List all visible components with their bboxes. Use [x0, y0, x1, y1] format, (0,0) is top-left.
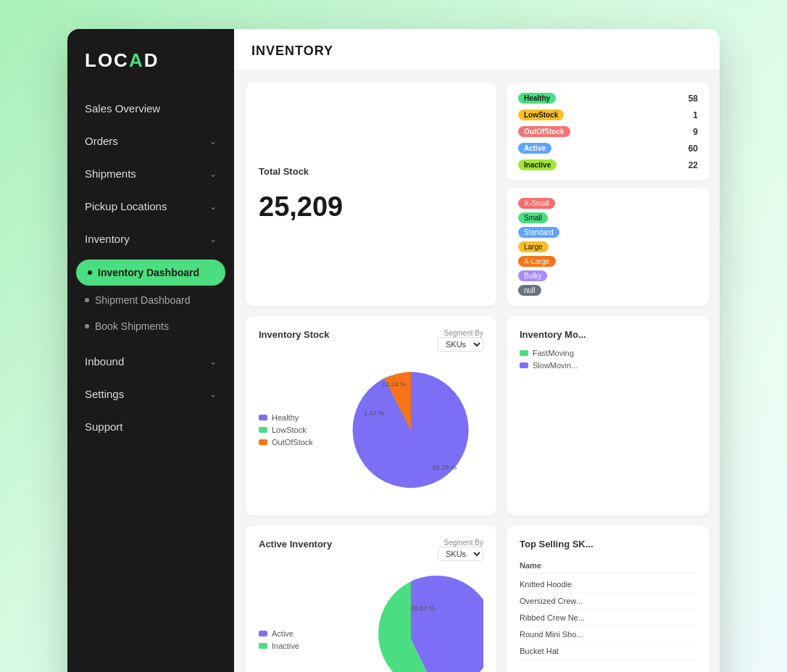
top-selling-table: Name Knitted Hoodie Oversized Crew... Ri…	[520, 558, 696, 660]
svg-text:85.29 %: 85.29 %	[433, 464, 457, 471]
segment-by-select[interactable]: SKUs	[438, 337, 483, 352]
status-row-outofstock: OutOfStock 9	[518, 126, 698, 137]
inventory-stock-pie: 85.29 % 13.24 % 1.47 %	[338, 357, 483, 502]
status-row-active: Active 60	[518, 143, 698, 154]
legend-lowstock: LowStock	[259, 426, 324, 434]
legend-outofstock: OutOfStock	[259, 438, 324, 447]
sidebar-item-settings[interactable]: Settings ⌄	[67, 378, 234, 410]
content-area: Total Stock 25,209 Healthy 58 LowStock 1	[234, 71, 720, 672]
size-badge-standard: Standard	[518, 227, 698, 238]
top-selling-card: Top Selling SK... Name Knitted Hoodie Ov…	[507, 526, 709, 672]
active-chart-container: Active Inactive	[259, 561, 483, 672]
legend-color-inactive	[259, 643, 267, 649]
status-row-inactive: Inactive 22	[518, 159, 698, 170]
stock-status-list: Healthy 58 LowStock 1 OutOfStock 9 Act	[518, 93, 698, 170]
chevron-down-icon: ⌄	[209, 357, 217, 367]
lowstock-count: 1	[693, 110, 698, 120]
outofstock-count: 9	[693, 127, 698, 137]
active-inventory-card: Active Inventory Segment By SKUs Active	[246, 526, 496, 672]
legend-slow-moving: SlowMovin...	[520, 361, 696, 370]
status-row-lowstock: LowStock 1	[518, 109, 698, 120]
inventory-movement-card: Inventory Mo... FastMoving SlowMovin...	[507, 316, 709, 515]
active-dot	[88, 270, 92, 275]
segment-by: Segment By SKUs	[438, 329, 483, 352]
badge-healthy: Healthy	[518, 93, 556, 104]
segment-by-label: Segment By	[444, 329, 483, 337]
size-badge-large: Large	[518, 241, 698, 252]
sidebar-item-support[interactable]: Support	[67, 410, 234, 443]
logo: LOCAD	[67, 29, 234, 86]
sidebar-item-shipments[interactable]: Shipments ⌄	[67, 157, 234, 190]
movement-legend: FastMoving SlowMovin...	[520, 349, 696, 370]
badge-lowstock: LowStock	[518, 109, 564, 120]
dot-icon	[85, 324, 89, 328]
sidebar-item-orders[interactable]: Orders ⌄	[67, 125, 234, 157]
total-stock-card: Total Stock 25,209	[246, 83, 496, 306]
healthy-count: 58	[688, 94, 698, 104]
sidebar-item-shipment-dashboard[interactable]: Shipment Dashboard	[67, 287, 234, 313]
svg-text:1.47 %: 1.47 %	[364, 410, 384, 417]
table-header-name: Name	[520, 558, 696, 573]
logo-text: LOCAD	[85, 49, 217, 72]
app-container: LOCAD Sales Overview Orders ⌄ Shipments …	[67, 29, 720, 672]
sidebar-item-pickup-locations[interactable]: Pickup Locations ⌄	[67, 190, 234, 223]
page-header: INVENTORY	[234, 29, 720, 71]
table-row: Round Mini Sho...	[520, 626, 696, 643]
size-badge-bulky: Bulky	[518, 270, 698, 281]
chevron-down-icon: ⌄	[209, 202, 217, 212]
active-segment-select[interactable]: SKUs	[438, 547, 483, 561]
svg-text:13.24 %: 13.24 %	[382, 381, 406, 388]
legend-healthy: Healthy	[259, 413, 324, 422]
status-row-healthy: Healthy 58	[518, 93, 698, 104]
sidebar: LOCAD Sales Overview Orders ⌄ Shipments …	[67, 29, 234, 672]
badge-outofstock: OutOfStock	[518, 126, 570, 137]
active-count: 60	[688, 144, 698, 154]
active-inventory-title: Active Inventory	[259, 539, 332, 549]
legend-color-active	[259, 631, 267, 636]
inventory-stock-chart-card: Inventory Stock Segment By SKUs Healthy	[246, 316, 496, 515]
size-badges-card: X-Small Small Standard Large X-Large Bul…	[507, 188, 709, 306]
size-badge-null: null	[518, 285, 698, 296]
chart-legend: Healthy LowStock OutOfStock	[259, 413, 324, 447]
sidebar-item-book-shipments[interactable]: Book Shipments	[67, 313, 234, 339]
size-badge-xlarge: X-Large	[518, 256, 698, 267]
active-inventory-pie: 73.17 % 26.83 %	[338, 567, 483, 672]
inactive-count: 22	[688, 160, 698, 170]
legend-color-lowstock	[259, 427, 267, 433]
legend-color-healthy	[259, 415, 267, 420]
main-content: INVENTORY Total Stock 25,209 Healthy 58	[234, 29, 720, 672]
sidebar-item-inventory[interactable]: Inventory ⌄	[67, 223, 234, 255]
sidebar-item-inbound[interactable]: Inbound ⌄	[67, 345, 234, 378]
total-stock-value: 25,209	[259, 191, 483, 223]
badge-inactive: Inactive	[518, 159, 557, 170]
legend-color-slowmoving	[520, 362, 528, 368]
active-segment-label: Segment By	[444, 539, 483, 547]
table-row: Knitted Hoodie	[520, 576, 696, 593]
right-col-row1: Healthy 58 LowStock 1 OutOfStock 9 Act	[507, 83, 709, 306]
legend-color-outofstock	[259, 439, 267, 445]
legend-inactive: Inactive	[259, 642, 324, 650]
inventory-stock-title: Inventory Stock	[259, 329, 330, 340]
inventory-movement-title: Inventory Mo...	[520, 329, 696, 340]
chevron-down-icon: ⌄	[209, 234, 217, 244]
legend-color-fastmoving	[520, 350, 528, 356]
legend-active: Active	[259, 629, 324, 638]
chevron-down-icon: ⌄	[209, 389, 217, 399]
svg-text:26.83 %: 26.83 %	[411, 605, 435, 612]
sidebar-item-inventory-dashboard[interactable]: Inventory Dashboard	[76, 260, 225, 286]
chart-container: Healthy LowStock OutOfStock	[259, 352, 483, 502]
legend-fast-moving: FastMoving	[520, 349, 696, 357]
page-title: INVENTORY	[251, 43, 702, 59]
active-chart-header: Active Inventory Segment By SKUs	[259, 539, 483, 561]
dot-icon	[85, 298, 89, 302]
chevron-down-icon: ⌄	[209, 136, 217, 146]
size-badge-small: Small	[518, 212, 698, 223]
table-row: Ribbed Crew Ne...	[520, 610, 696, 626]
total-stock-label: Total Stock	[259, 166, 483, 177]
active-chart-legend: Active Inactive	[259, 629, 324, 650]
chevron-down-icon: ⌄	[209, 169, 217, 179]
stock-status-card: Healthy 58 LowStock 1 OutOfStock 9 Act	[507, 83, 709, 181]
size-badge-xsmall: X-Small	[518, 198, 698, 209]
sidebar-item-sales-overview[interactable]: Sales Overview	[67, 92, 234, 125]
table-row: Oversized Crew...	[520, 593, 696, 610]
